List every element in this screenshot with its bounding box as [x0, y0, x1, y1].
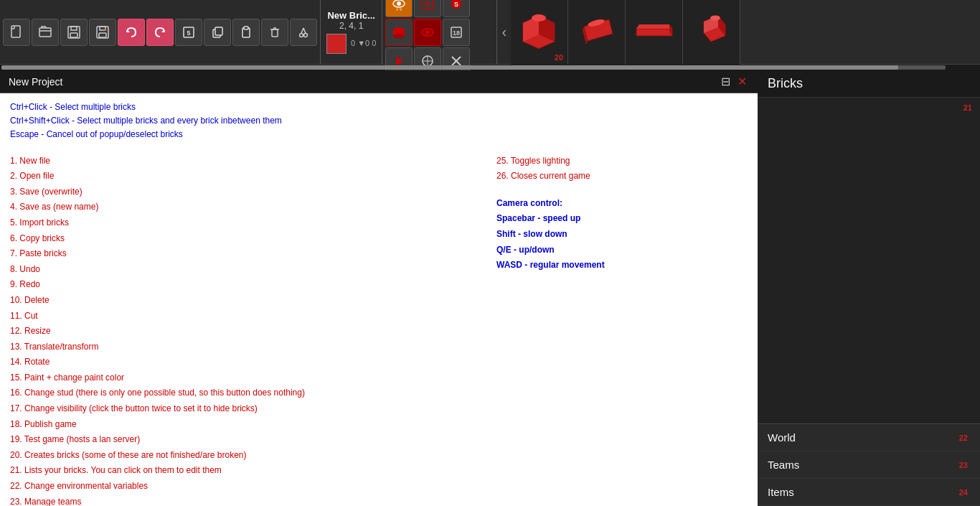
new-file-button[interactable] — [3, 19, 30, 46]
svg-point-51 — [532, 14, 546, 22]
tab-world-num: 22 — [957, 434, 970, 442]
svg-text:5: 5 — [187, 29, 190, 37]
shortcut-3: Escape - Cancel out of popup/deselect br… — [10, 128, 748, 141]
brick-thumb-21[interactable] — [568, 0, 626, 65]
svg-point-61 — [710, 16, 720, 21]
svg-rect-6 — [70, 33, 77, 37]
help-item-14: 15. Paint + change paint color — [10, 370, 475, 386]
svg-rect-16 — [215, 27, 222, 35]
tab-teams-num: 23 — [957, 461, 970, 469]
tab-teams[interactable]: Teams 23 — [758, 451, 980, 479]
save-button[interactable] — [60, 19, 88, 46]
help-right-6: Q/E - up/down — [496, 243, 748, 258]
help-col-right: 25. Toggles lighting 26. Closes current … — [496, 154, 748, 506]
svg-rect-9 — [99, 33, 106, 37]
help-right-0: 25. Toggles lighting — [496, 154, 748, 169]
svg-line-25 — [303, 28, 306, 34]
tab-world-label: World — [768, 431, 796, 444]
bricks-title: Bricks — [768, 76, 803, 90]
help-item-13: 14. Rotate — [10, 355, 475, 370]
tool-stud[interactable] — [385, 19, 413, 46]
project-header: New Project ⊟ ✕ — [0, 70, 758, 93]
shortcut-2: Ctrl+Shift+Click - Select multiple brick… — [10, 114, 748, 128]
help-list: 1. New file 2. Open file 3. Save (overwr… — [10, 154, 748, 506]
right-tools-section: 17 S 18 19 — [382, 0, 497, 65]
svg-rect-18 — [244, 27, 248, 29]
window-icon[interactable]: ⊟ — [719, 75, 732, 88]
svg-point-23 — [304, 33, 308, 37]
redo-button[interactable] — [146, 19, 174, 46]
project-name: New Project — [9, 76, 62, 88]
eye-button[interactable]: 17 — [385, 0, 413, 17]
help-content: Ctrl+Click - Select multiple bricks Ctrl… — [0, 93, 758, 506]
close-icon-btn[interactable]: ✕ — [735, 75, 749, 88]
color-swatch[interactable] — [326, 34, 347, 54]
brick-thumb-20[interactable]: 20 — [511, 0, 568, 65]
svg-text:17: 17 — [396, 7, 402, 11]
toolbar: + 5 New Bric... 2, 4, 1 0 — [0, 0, 980, 65]
help-item-16: 17. Change visibility (click the button … — [10, 401, 475, 417]
tool-15[interactable] — [414, 0, 441, 17]
svg-rect-3 — [39, 28, 51, 37]
bricks-header: Bricks — [758, 70, 980, 98]
tab-world[interactable]: World 22 — [758, 424, 980, 451]
bottom-tabs: World 22 Teams 23 Items 24 — [758, 423, 980, 506]
save-as-button[interactable]: + — [89, 19, 116, 46]
help-item-19: 20. Creates bricks (some of these are no… — [10, 448, 475, 464]
help-item-9: 10. Delete — [10, 293, 475, 309]
svg-rect-19 — [272, 29, 278, 37]
help-right-1: 26. Closes current game — [496, 169, 748, 184]
svg-text:+: + — [105, 27, 108, 33]
brick-thumb-22[interactable] — [626, 0, 683, 65]
help-right-4: Spacebar - speed up — [496, 211, 748, 227]
help-item-22: 23. Manage teams — [10, 495, 475, 506]
svg-line-24 — [301, 28, 303, 34]
copy-button[interactable] — [204, 19, 231, 46]
undo-button[interactable] — [118, 19, 145, 46]
cut-button[interactable] — [290, 19, 317, 46]
svg-text:S: S — [454, 1, 458, 8]
help-item-1: 2. Open file — [10, 169, 475, 184]
thumb-num-20: 20 — [555, 53, 563, 62]
help-item-8: 9. Redo — [10, 277, 475, 293]
svg-point-38 — [425, 30, 430, 34]
import-button[interactable]: 5 — [175, 19, 202, 46]
help-item-4: 5. Import bricks — [10, 215, 475, 231]
help-right-5: Shift - slow down — [496, 227, 748, 243]
svg-rect-55 — [636, 29, 672, 36]
right-panel: Bricks 21 World 22 Teams 23 Items 24 — [758, 70, 980, 506]
help-item-6: 7. Paste bricks — [10, 246, 475, 262]
tool-publish[interactable]: 18 — [443, 19, 470, 46]
svg-point-27 — [397, 1, 401, 6]
tool-16[interactable]: S — [443, 0, 470, 17]
svg-rect-5 — [71, 27, 77, 30]
help-item-18: 19. Test game (hosts a lan server) — [10, 432, 475, 448]
help-item-15: 16. Change stud (there is only one possi… — [10, 385, 475, 401]
delete-button[interactable] — [261, 19, 288, 46]
help-right-3: Camera control: — [496, 196, 748, 212]
open-file-button[interactable] — [32, 19, 59, 46]
progress-bar — [1, 65, 946, 70]
main-layout: New Project ⊟ ✕ Ctrl+Click - Select mult… — [0, 70, 980, 506]
help-item-21: 22. Change environmental variables — [10, 479, 475, 495]
progress-bar-area — [0, 65, 980, 70]
brick-thumb-23[interactable] — [683, 0, 740, 65]
svg-point-22 — [300, 33, 303, 37]
tool-eye2[interactable] — [414, 19, 441, 46]
help-item-0: 1. New file — [10, 154, 475, 169]
help-right-7: WASD - regular movement — [496, 258, 748, 273]
brick-thumbnails: 20 — [511, 0, 980, 65]
tab-items-num: 24 — [957, 488, 970, 497]
tab-items[interactable]: Items 24 — [758, 479, 980, 506]
progress-fill — [1, 65, 898, 70]
paste-button[interactable] — [232, 19, 260, 46]
coords-display: 2, 4, 1 — [339, 21, 363, 31]
help-item-12: 13. Translate/transform — [10, 339, 475, 355]
bricks-grid: 21 — [758, 98, 980, 423]
tab-teams-label: Teams — [768, 459, 799, 471]
svg-text:18: 18 — [453, 29, 460, 37]
help-item-20: 21. Lists your bricks. You can click on … — [10, 463, 475, 479]
tab-items-label: Items — [768, 486, 794, 498]
nav-left-arrow[interactable]: ‹ — [497, 24, 511, 40]
toolbar-center: New Bric... 2, 4, 1 0 ▼0 0 — [321, 0, 382, 65]
